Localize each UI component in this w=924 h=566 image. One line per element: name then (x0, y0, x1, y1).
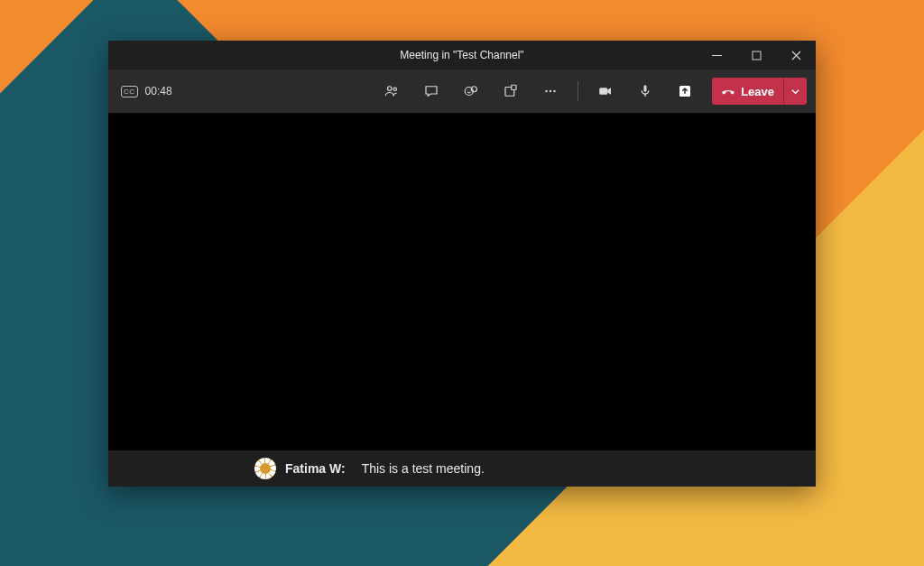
caption-text: This is a test meeting. (362, 461, 485, 476)
close-icon (791, 51, 801, 60)
chevron-down-icon (790, 87, 800, 97)
mic-button[interactable] (629, 75, 661, 107)
caption-speaker: Fatima W: (285, 461, 346, 476)
meeting-toolbar: CC 00:48 (108, 70, 816, 113)
leave-dropdown[interactable] (783, 78, 807, 105)
cc-icon: CC (121, 86, 138, 97)
people-icon (383, 83, 400, 99)
toolbar-divider (578, 81, 578, 101)
rooms-icon (503, 83, 519, 99)
more-button[interactable] (534, 75, 567, 107)
chat-icon (423, 83, 439, 99)
captions-indicator[interactable]: CC (121, 86, 138, 97)
svg-point-2 (393, 88, 396, 90)
reactions-icon (463, 83, 479, 99)
camera-icon (597, 83, 614, 99)
share-button[interactable] (669, 75, 701, 107)
svg-point-1 (388, 87, 393, 91)
speaker-avatar (254, 458, 276, 479)
svg-point-9 (545, 90, 547, 92)
share-icon (677, 83, 693, 99)
window-controls (697, 41, 816, 70)
svg-point-10 (550, 90, 551, 92)
maximize-icon (752, 51, 762, 60)
svg-point-11 (553, 90, 555, 92)
close-button[interactable] (776, 41, 816, 70)
svg-rect-12 (599, 88, 607, 95)
leave-button[interactable]: Leave (712, 78, 807, 105)
chat-button[interactable] (415, 75, 448, 107)
video-stage (108, 113, 816, 450)
svg-rect-8 (512, 85, 516, 89)
minimize-icon (712, 51, 722, 60)
leave-main[interactable]: Leave (712, 78, 783, 105)
reactions-button[interactable] (455, 75, 487, 107)
titlebar: Meeting in "Test Channel" (108, 41, 816, 70)
svg-rect-0 (753, 51, 761, 60)
maximize-button[interactable] (736, 41, 776, 70)
leave-label: Leave (741, 85, 774, 98)
desktop-background: Meeting in "Test Channel" CC 00:48 (0, 0, 924, 566)
mic-icon (637, 83, 653, 99)
hangup-icon (721, 84, 735, 98)
camera-button[interactable] (589, 75, 622, 107)
more-icon (542, 83, 559, 99)
call-timer: 00:48 (145, 85, 172, 97)
svg-rect-13 (644, 85, 647, 92)
minimize-button[interactable] (697, 41, 736, 70)
svg-point-5 (470, 89, 471, 90)
meeting-window: Meeting in "Test Channel" CC 00:48 (108, 41, 816, 487)
caption-bar: Fatima W: This is a test meeting. (108, 450, 816, 487)
svg-point-4 (467, 89, 468, 90)
rooms-button[interactable] (494, 75, 527, 107)
people-button[interactable] (375, 75, 408, 107)
